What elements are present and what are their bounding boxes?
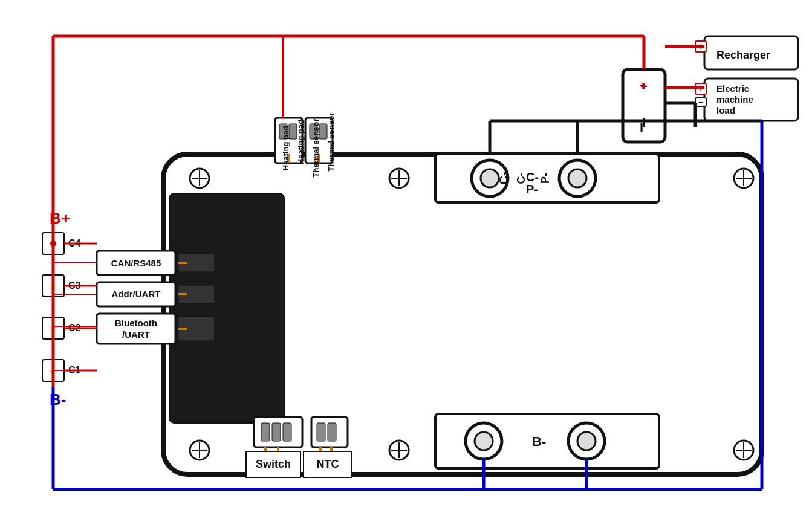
- bluetooth-uart-label-2: /UART: [122, 329, 150, 340]
- svg-text:−: −: [698, 97, 703, 107]
- fuse-minus-label: I: [640, 120, 643, 135]
- electric-machine-label-2: machine: [716, 94, 753, 105]
- electric-machine-label-1: Electric: [716, 83, 749, 94]
- thermal-sensor-annotation: Thermal sensor: [311, 119, 320, 178]
- svg-rect-2: [169, 193, 284, 423]
- svg-text:P-: P-: [526, 182, 538, 196]
- p-minus-annotation: P-: [539, 173, 551, 184]
- fuse-plus-label: +: [640, 80, 646, 92]
- svg-rect-38: [283, 423, 291, 441]
- svg-point-28: [568, 169, 586, 187]
- svg-rect-37: [272, 423, 281, 441]
- ntc-label: NTC: [317, 458, 339, 470]
- svg-text:C-: C-: [526, 170, 539, 184]
- svg-point-23: [481, 169, 499, 187]
- svg-rect-41: [317, 423, 325, 441]
- svg-point-31: [475, 432, 493, 450]
- bluetooth-uart-label-1: Bluetooth: [115, 318, 157, 328]
- electric-machine-label-3: load: [716, 105, 735, 115]
- svg-point-105: [50, 241, 56, 247]
- svg-rect-42: [328, 423, 336, 441]
- svg-point-34: [577, 432, 596, 450]
- heating-pad-label: Heating pad: [296, 120, 305, 164]
- c-minus-annotation: C-: [515, 173, 527, 184]
- recharger-label: Recharger: [716, 49, 770, 61]
- svg-text:B-: B-: [532, 434, 546, 449]
- svg-text:C-: C-: [497, 172, 510, 184]
- switch-label: Switch: [256, 458, 291, 470]
- can-rs485-label: CAN/RS485: [111, 258, 161, 268]
- thermal-sensor-label: Thermal sensor: [326, 113, 336, 172]
- addr-uart-label: Addr/UART: [112, 289, 161, 299]
- svg-rect-36: [261, 423, 270, 441]
- heating-pad-annotation: Heating pad: [281, 126, 290, 170]
